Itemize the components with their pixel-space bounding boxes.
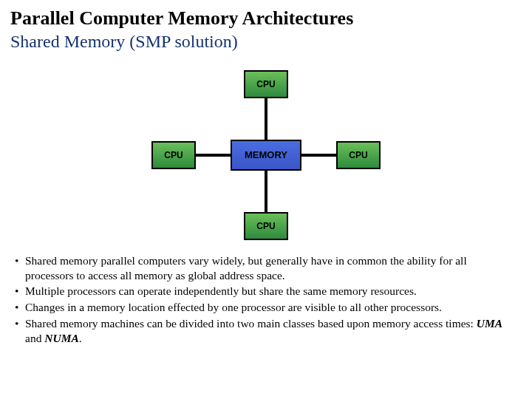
connector-bottom xyxy=(265,171,267,212)
smp-diagram: CPU CPU CPU CPU MEMORY xyxy=(151,70,381,240)
bullet-text-post: . xyxy=(79,332,82,344)
cpu-label: CPU xyxy=(256,221,275,231)
bullet-text: Shared memory parallel computers vary wi… xyxy=(25,253,517,283)
bullet-text-mid: and xyxy=(25,332,44,344)
page-title: Parallel Computer Memory Architectures xyxy=(10,7,522,30)
bullet-icon: • xyxy=(15,284,25,299)
cpu-label: CPU xyxy=(349,150,367,160)
cpu-node-bottom: CPU xyxy=(244,212,288,240)
bullet-text-em1: UMA xyxy=(477,317,502,330)
connector-right xyxy=(301,154,336,157)
connector-top xyxy=(265,98,267,140)
bullet-icon: • xyxy=(15,253,25,283)
list-item: • Shared memory parallel computers vary … xyxy=(15,253,517,283)
bullet-list: • Shared memory parallel computers vary … xyxy=(10,253,522,346)
cpu-node-right: CPU xyxy=(336,141,381,169)
list-item: • Multiple processors can operate indepe… xyxy=(15,284,517,299)
memory-label: MEMORY xyxy=(245,149,287,160)
bullet-text: Shared memory machines can be divided in… xyxy=(25,316,517,346)
bullet-text-pre: Shared memory machines can be divided in… xyxy=(25,317,477,330)
page-subtitle: Shared Memory (SMP solution) xyxy=(10,31,522,52)
bullet-text: Changes in a memory location effected by… xyxy=(25,300,517,315)
diagram-container: CPU CPU CPU CPU MEMORY xyxy=(10,70,522,240)
bullet-text: Multiple processors can operate independ… xyxy=(25,284,517,299)
bullet-icon: • xyxy=(15,300,25,315)
slide-page: Parallel Computer Memory Architectures S… xyxy=(0,0,532,346)
cpu-node-left: CPU xyxy=(151,141,196,169)
bullet-text-em2: NUMA xyxy=(44,332,79,344)
bullet-icon: • xyxy=(15,316,25,346)
cpu-label: CPU xyxy=(164,150,183,160)
connector-left xyxy=(196,154,231,157)
memory-node: MEMORY xyxy=(231,140,301,171)
list-item: • Changes in a memory location effected … xyxy=(15,300,517,315)
cpu-label: CPU xyxy=(256,79,275,89)
cpu-node-top: CPU xyxy=(244,70,288,98)
list-item: • Shared memory machines can be divided … xyxy=(15,316,517,346)
